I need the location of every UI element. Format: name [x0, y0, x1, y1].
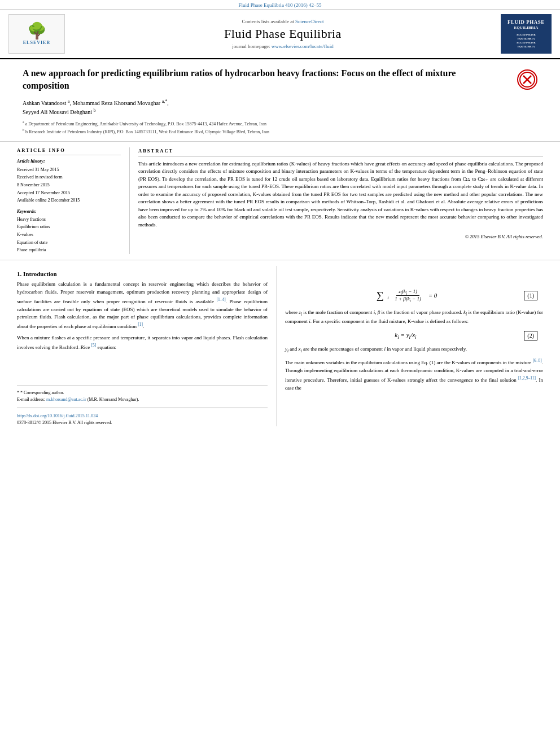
ref-6-8[interactable]: [6–8] [533, 358, 542, 363]
doi-link[interactable]: http://dx.doi.org/10.1016/j.fluid.2015.1… [17, 413, 98, 418]
available-online: Available online 2 December 2015 [17, 196, 121, 204]
eq1-fraction: zi(ki − 1) 1 + β(ki − 1) [392, 292, 425, 299]
intro-left-column: 1. Introduction Phase equilibrium calcul… [17, 266, 277, 427]
equation-1-number: (1) [520, 292, 537, 299]
accepted-date: Accepted 17 November 2015 [17, 189, 121, 197]
fluid-phase-logo-area: FLUID PHASE EQUILIBRIA FLUID PHASEEQUILI… [498, 14, 554, 54]
footer-divider [17, 408, 268, 408]
intro-para1: Phase equilibrium calculation is a funda… [17, 281, 268, 331]
eq1-number-box: (1) [524, 291, 537, 300]
eq1-denominator: 1 + β(ki − 1) [392, 296, 423, 303]
abstract-column: ABSTRACT This article introduces a new c… [130, 147, 543, 254]
paper-title: A new approach for predicting equilibriu… [23, 67, 463, 93]
intro-section-title: 1. Introduction [17, 270, 268, 277]
equations-right-column: ∑ i zi(ki − 1) 1 + β(ki − 1) = 0 (1) whe… [277, 266, 543, 427]
abstract-text: This article introduces a new correlatio… [138, 160, 543, 229]
doi-line: http://dx.doi.org/10.1016/j.fluid.2015.1… [17, 413, 268, 420]
eq1-explanation: where zi is the mole fraction of compone… [285, 309, 543, 325]
keyword-2: Equilibrium ratios [17, 223, 121, 231]
keyword-1: Heavy fractions [17, 216, 121, 224]
equation-1-block: ∑ i zi(ki − 1) 1 + β(ki − 1) = 0 (1) [285, 289, 543, 304]
elsevier-logo-box: 🌳 ELSEVIER [8, 14, 65, 54]
ref-1[interactable]: [1] [138, 322, 143, 327]
authors-line: Ashkan Vatandoost a, Mohammad Reza Khors… [23, 98, 511, 117]
sciencedirect-link[interactable]: ScienceDirect [295, 19, 323, 24]
affiliation-b: b Research Institute of Petroleum Indust… [25, 129, 269, 134]
article-dates: Received 31 May 2015 Received in revised… [17, 166, 121, 204]
elsevier-tree-icon: 🌳 [27, 23, 47, 39]
elsevier-logo-area: 🌳 ELSEVIER [6, 14, 68, 54]
fp-logo-line1: FLUID PHASE [508, 19, 545, 26]
ref-5[interactable]: [5] [91, 343, 96, 348]
eq2-explanation: yi and xi are the mole percentages of co… [285, 346, 543, 354]
equation-1-content: ∑ i zi(ki − 1) 1 + β(ki − 1) = 0 [291, 289, 520, 304]
eq1-fraction-display: zi(ki − 1) 1 + β(ki − 1) [392, 289, 423, 304]
journal-header-center: Contents lists available at ScienceDirec… [73, 14, 492, 54]
journal-homepage-line: journal homepage: www.elsevier.com/locat… [232, 43, 333, 49]
journal-citation-text: Fluid Phase Equilibria 410 (2016) 42–55 [238, 2, 321, 8]
keyword-4: Equation of state [17, 239, 121, 247]
email-label: E-mail address: [17, 397, 45, 402]
eq2-number-box: (2) [524, 331, 537, 340]
intro-para2: When a mixture flashes at a specific pre… [17, 334, 268, 352]
elsevier-label: ELSEVIER [23, 40, 50, 45]
eq3-explanation: The main unknown variables in the equili… [285, 357, 543, 392]
sum-subscript: i [387, 295, 388, 300]
journal-header: 🌳 ELSEVIER Contents lists available at S… [0, 10, 560, 59]
eq1-numerator: zi(ki − 1) [396, 289, 419, 296]
corresponding-author-note: * * Corresponding author. [17, 390, 268, 396]
homepage-label: journal homepage: [232, 43, 270, 49]
article-info-heading: ARTICLE INFO [17, 147, 121, 155]
email-note-person: (M.R. Khorsand Movaghar). [88, 397, 139, 402]
received-date: Received 31 May 2015 [17, 166, 121, 174]
keywords-label: Keywords: [17, 209, 121, 214]
main-body-section: 1. Introduction Phase equilibrium calcul… [0, 260, 560, 438]
article-info-abstract-section: ARTICLE INFO Article history: Received 3… [0, 142, 560, 260]
section-number: 1. [17, 270, 21, 277]
crossmark-icon [517, 69, 537, 90]
keyword-5: Phase equilibria [17, 246, 121, 254]
article-history-label: Article history: [17, 159, 121, 164]
paper-header-section: A new approach for predicting equilibriu… [0, 59, 560, 142]
footnote-area: * * Corresponding author. E-mail address… [17, 386, 268, 403]
abstract-heading: ABSTRACT [138, 147, 543, 157]
email-link[interactable]: m.khorsand@aut.ac.ir [46, 397, 86, 402]
eq1-equals-zero: = 0 [428, 292, 438, 299]
homepage-link[interactable]: www.elsevier.com/locate/fluid [272, 43, 334, 49]
sum-symbol-icon: ∑ [377, 290, 384, 301]
affiliation-a: a Department of Petroleum Engineering, A… [25, 121, 266, 126]
email-note: E-mail address: m.khorsand@aut.ac.ir (M.… [17, 396, 268, 403]
copyright-line: © 2015 Elsevier B.V. All rights reserved… [138, 233, 543, 241]
contents-available-line: Contents lists available at ScienceDirec… [242, 19, 324, 24]
section-title-text: Introduction [23, 270, 57, 277]
contents-text: Contents lists available at [242, 19, 294, 24]
journal-title-heading: Fluid Phase Equilibria [224, 27, 342, 41]
keywords-list: Heavy fractions Equilibrium ratios K-val… [17, 216, 121, 254]
equation-2-block: ki = yi/xi (2) [285, 331, 543, 340]
received-revised-label: Received in revised form [17, 173, 121, 181]
article-info-column: ARTICLE INFO Article history: Received 3… [17, 147, 130, 254]
corresponding-label: * Corresponding author. [20, 390, 64, 395]
received-revised-date: 8 November 2015 [17, 181, 121, 189]
ref-1-2-9-11[interactable]: [1,2,9–11] [518, 375, 536, 381]
ref-1-4[interactable]: [1–4] [216, 297, 225, 302]
equation-2-number: (2) [520, 333, 537, 339]
issn-line: 0378-3812/© 2015 Elsevier B.V. All right… [17, 420, 268, 426]
keyword-3: K-values [17, 231, 121, 239]
fluid-phase-logo: FLUID PHASE EQUILIBRIA FLUID PHASEEQUILI… [501, 14, 552, 54]
affiliations: a a Department of Petroleum Engineering,… [23, 120, 511, 135]
equation-2-content: ki = yi/xi [291, 331, 520, 340]
journal-citation-bar: Fluid Phase Equilibria 410 (2016) 42–55 [0, 0, 560, 10]
fp-logo-details: FLUID PHASEEQUILIBRIAFLUID PHASEEQUILIBR… [517, 33, 535, 49]
fp-logo-line2: EQUILIBRIA [514, 25, 539, 30]
